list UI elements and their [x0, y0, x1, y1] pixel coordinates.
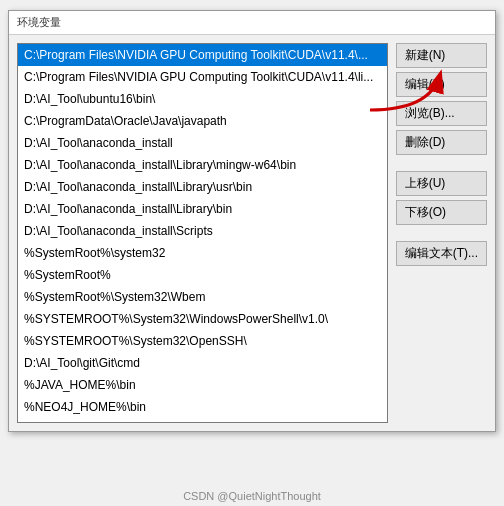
list-item[interactable]: D:\AI_Tool\mysql56\sql57\bin: [18, 418, 387, 423]
list-item[interactable]: D:\AI_Tool\git\Git\cmd: [18, 352, 387, 374]
list-item[interactable]: D:\AI_Tool\anaconda_install: [18, 132, 387, 154]
dialog-body: C:\Program Files\NVIDIA GPU Computing To…: [9, 35, 495, 431]
list-item[interactable]: %SystemRoot%: [18, 264, 387, 286]
list-item[interactable]: D:\AI_Tool\ubuntu16\bin\: [18, 88, 387, 110]
move-down-button[interactable]: 下移(O): [396, 200, 487, 225]
move-up-button[interactable]: 上移(U): [396, 171, 487, 196]
list-item[interactable]: %SYSTEMROOT%\System32\OpenSSH\: [18, 330, 387, 352]
list-item[interactable]: D:\AI_Tool\anaconda_install\Library\usr\…: [18, 176, 387, 198]
dialog-title: 环境变量: [9, 11, 495, 35]
list-item[interactable]: %NEO4J_HOME%\bin: [18, 396, 387, 418]
list-item[interactable]: %JAVA_HOME%\bin: [18, 374, 387, 396]
delete-button[interactable]: 删除(D): [396, 130, 487, 155]
path-list-container[interactable]: C:\Program Files\NVIDIA GPU Computing To…: [17, 43, 388, 423]
browse-button[interactable]: 浏览(B)...: [396, 101, 487, 126]
list-item[interactable]: C:\Program Files\NVIDIA GPU Computing To…: [18, 44, 387, 66]
environment-variable-dialog: 环境变量 C:\Program Files\NVIDIA GPU Computi…: [8, 10, 496, 432]
list-item[interactable]: %SYSTEMROOT%\System32\WindowsPowerShell\…: [18, 308, 387, 330]
list-item[interactable]: C:\ProgramData\Oracle\Java\javapath: [18, 110, 387, 132]
edit-button[interactable]: 编辑(E): [396, 72, 487, 97]
list-item[interactable]: D:\AI_Tool\anaconda_install\Library\ming…: [18, 154, 387, 176]
edit-text-button[interactable]: 编辑文本(T)...: [396, 241, 487, 266]
list-item[interactable]: C:\Program Files\NVIDIA GPU Computing To…: [18, 66, 387, 88]
list-item[interactable]: D:\AI_Tool\anaconda_install\Scripts: [18, 220, 387, 242]
list-item[interactable]: %SystemRoot%\System32\Wbem: [18, 286, 387, 308]
buttons-panel: 新建(N) 编辑(E) 浏览(B)... 删除(D) 上移(U) 下移(O) 编…: [396, 43, 487, 423]
watermark: CSDN @QuietNightThought: [183, 490, 321, 502]
spacer2: [396, 229, 487, 237]
list-item[interactable]: %SystemRoot%\system32: [18, 242, 387, 264]
spacer1: [396, 159, 487, 167]
new-button[interactable]: 新建(N): [396, 43, 487, 68]
list-item[interactable]: D:\AI_Tool\anaconda_install\Library\bin: [18, 198, 387, 220]
